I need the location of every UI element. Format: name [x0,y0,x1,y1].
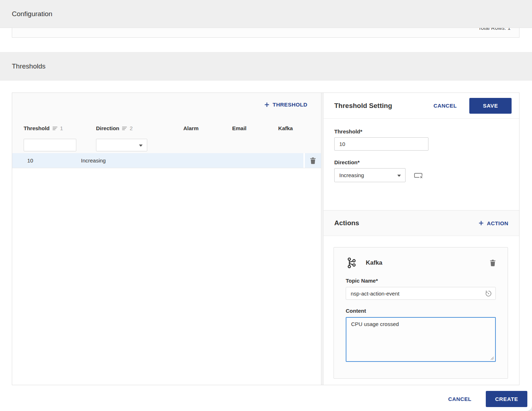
threshold-cancel-button[interactable]: CANCEL [433,103,457,109]
thresholds-card: THRESHOLD Threshold 1 Direction 2 [12,93,519,385]
column-header-threshold[interactable]: Threshold 1 [24,125,96,131]
column-label: Email [232,125,246,131]
delete-action-button[interactable] [490,259,496,266]
trash-icon[interactable] [310,157,316,164]
kafka-action-card: Kafka Topic Name* [334,247,508,379]
sort-icon [52,126,58,131]
sort-order: 2 [130,125,133,131]
column-label: Alarm [183,125,199,131]
threshold-setting-form: Threshold* Direction* Increasing [323,119,519,210]
add-threshold-label: THRESHOLD [273,101,307,108]
restore-default-icon[interactable] [484,289,493,299]
threshold-save-button[interactable]: SAVE [469,98,512,114]
table-header-row: Threshold 1 Direction 2 Alarm [12,119,321,138]
direction-field-label: Direction* [334,159,508,165]
table-row[interactable]: 10 Increasing [12,153,321,168]
plus-icon [264,102,269,107]
trash-icon [490,259,496,266]
add-action-button[interactable]: ACTION [479,220,508,226]
sort-icon [122,126,127,131]
threshold-setting-title: Threshold Setting [334,102,392,110]
column-header-alarm[interactable]: Alarm [168,125,214,131]
column-label: Threshold [24,125,50,131]
column-label: Kafka [278,125,293,131]
content-label: Content [346,308,496,314]
column-header-kafka[interactable]: Kafka [264,125,307,131]
table-filter-row [12,138,321,153]
chevron-down-icon [397,175,401,177]
kafka-card-title: Kafka [366,259,382,266]
topic-name-input[interactable] [346,287,496,300]
actions-title: Actions [334,219,359,227]
thresholds-section-header: Thresholds [0,52,532,81]
kafka-icon [346,257,356,269]
actions-section-header: Actions ACTION [323,210,519,236]
add-threshold-button[interactable]: THRESHOLD [264,101,307,108]
row-delete-cell[interactable] [305,153,321,168]
threshold-setting-header: Threshold Setting CANCEL SAVE [323,93,519,119]
thresholds-title: Thresholds [12,62,45,70]
dialog-create-button[interactable]: CREATE [486,391,527,407]
topic-name-label: Topic Name* [346,278,496,284]
configuration-header: Configuration [0,0,532,28]
clear-selection-icon[interactable] [413,171,423,179]
column-label: Direction [96,125,119,131]
thresholds-table-panel: THRESHOLD Threshold 1 Direction 2 [12,93,321,385]
direction-selected-value: Increasing [339,172,364,178]
configuration-title: Configuration [12,10,52,18]
threshold-filter-input[interactable] [24,139,76,151]
dialog-cancel-button[interactable]: CANCEL [448,396,471,402]
threshold-configuration-dialog: Total Rows: 1 Configuration Thresholds T… [0,0,532,411]
column-header-email[interactable]: Email [214,125,264,131]
table-row-main[interactable]: 10 Increasing [12,153,303,168]
threshold-value-input[interactable] [334,137,428,151]
column-header-direction[interactable]: Direction 2 [96,125,168,131]
direction-filter-select[interactable] [96,139,147,151]
cell-direction: Increasing [81,157,106,164]
panel-divider [321,93,323,385]
plus-icon [479,221,484,226]
content-textarea[interactable]: CPU usage crossed [346,317,496,362]
threshold-setting-panel: Threshold Setting CANCEL SAVE Threshold*… [323,93,519,385]
chevron-down-icon [139,145,143,147]
threshold-field-label: Threshold* [334,128,508,134]
sort-order: 1 [60,125,63,131]
table-empty-area [12,168,321,385]
actions-body: Kafka Topic Name* [323,236,519,385]
cell-threshold: 10 [12,157,81,164]
add-action-label: ACTION [487,220,508,226]
kafka-card-header: Kafka [346,257,496,269]
table-toolbar: THRESHOLD [12,93,321,119]
direction-select[interactable]: Increasing [334,168,406,182]
